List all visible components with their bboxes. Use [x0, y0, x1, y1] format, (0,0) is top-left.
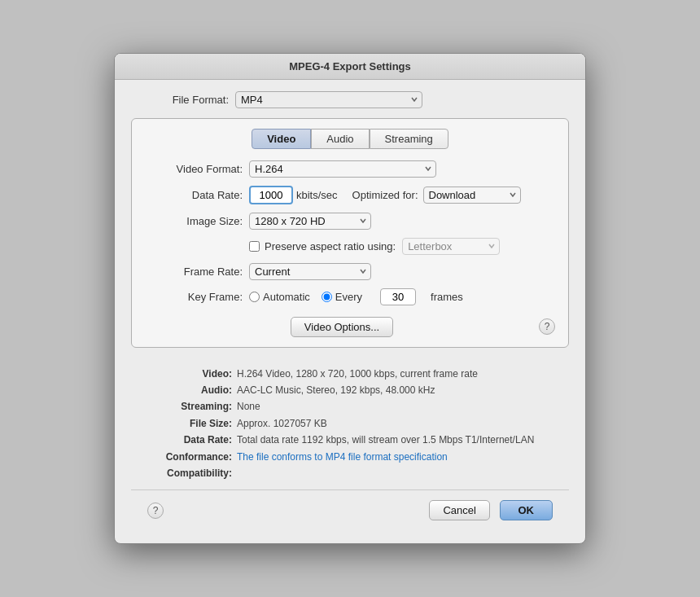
action-buttons: Cancel OK — [429, 500, 553, 520]
info-table: Video: H.264 Video, 1280 x 720, 1000 kbp… — [147, 366, 553, 482]
main-window: MPEG-4 Export Settings File Format: MP4 … — [114, 53, 586, 545]
frame-rate-label: Frame Rate: — [145, 266, 243, 278]
letterbox-select[interactable]: Letterbox Crop None — [402, 238, 500, 255]
video-format-select[interactable]: H.264 MPEG-4 Video — [249, 160, 436, 178]
info-video-key: Video: — [147, 366, 237, 382]
tab-audio[interactable]: Audio — [311, 129, 369, 149]
info-conformance-row: Conformance: The file conforms to MP4 fi… — [147, 449, 553, 465]
data-rate-label: Data Rate: — [145, 189, 243, 201]
info-conformance-val: The file conforms to MP4 file format spe… — [237, 449, 448, 465]
frame-rate-row: Frame Rate: Current 24 25 29.97 30 — [145, 263, 555, 280]
info-streaming-val: None — [237, 398, 260, 415]
tab-streaming[interactable]: Streaming — [370, 129, 448, 149]
video-options-button[interactable]: Video Options... — [291, 317, 393, 337]
key-frame-automatic-radio[interactable] — [249, 292, 260, 302]
image-size-select[interactable]: 1280 x 720 HD 1920 x 1080 HD 640 x 480 — [249, 213, 371, 230]
video-help-icon[interactable]: ? — [539, 318, 555, 335]
key-frame-automatic-label[interactable]: Automatic — [263, 291, 310, 303]
preserve-aspect-checkbox[interactable] — [249, 241, 260, 252]
info-video-row: Video: H.264 Video, 1280 x 720, 1000 kbp… — [147, 366, 553, 382]
data-rate-input[interactable] — [249, 186, 293, 204]
info-datarate-row: Data Rate: Total data rate 1192 kbps, wi… — [147, 432, 553, 448]
optimized-for-label: Optimized for: — [352, 189, 418, 201]
info-conformance-key: Conformance: — [147, 449, 237, 465]
key-frame-value-input[interactable] — [380, 288, 416, 305]
video-format-row: Video Format: H.264 MPEG-4 Video — [145, 160, 555, 178]
info-filesize-row: File Size: Approx. 1027057 KB — [147, 415, 553, 432]
optimized-for-select[interactable]: Download Streaming — [423, 187, 521, 204]
tab-video[interactable]: Video — [252, 129, 311, 149]
key-frame-row: Key Frame: Automatic Every frames — [145, 288, 555, 305]
title-bar: MPEG-4 Export Settings — [115, 54, 585, 80]
image-size-label: Image Size: — [145, 215, 243, 227]
key-frame-radio-group: Automatic Every frames — [249, 288, 463, 305]
info-audio-val: AAC-LC Music, Stereo, 192 kbps, 48.000 k… — [237, 382, 435, 398]
info-compatibility-row: Compatibility: — [147, 465, 553, 481]
key-frame-automatic-item: Automatic — [249, 291, 310, 303]
frames-label: frames — [431, 291, 463, 303]
frame-rate-select[interactable]: Current 24 25 29.97 30 — [249, 263, 371, 280]
info-section: Video: H.264 Video, 1280 x 720, 1000 kbp… — [131, 358, 569, 490]
window-title: MPEG-4 Export Settings — [289, 60, 411, 72]
tabs-row: Video Audio Streaming — [145, 129, 555, 149]
info-datarate-val: Total data rate 1192 kbps, will stream o… — [237, 432, 534, 448]
info-filesize-key: File Size: — [147, 415, 237, 432]
file-format-select[interactable]: MP4 MOV — [235, 91, 422, 108]
info-filesize-val: Approx. 1027057 KB — [237, 415, 327, 432]
file-format-row: File Format: MP4 MOV — [131, 91, 569, 108]
cancel-button[interactable]: Cancel — [429, 500, 489, 520]
window-body: File Format: MP4 MOV Video Audio Streami… — [115, 80, 585, 544]
key-frame-every-radio[interactable] — [322, 292, 332, 302]
data-rate-row: Data Rate: kbits/sec Optimized for: Down… — [145, 186, 555, 204]
video-format-label: Video Format: — [145, 163, 243, 175]
video-help-icon-label: ? — [545, 321, 550, 332]
key-frame-every-label[interactable]: Every — [335, 291, 362, 303]
preserve-aspect-label[interactable]: Preserve aspect ratio using: — [265, 240, 396, 252]
image-size-row: Image Size: 1280 x 720 HD 1920 x 1080 HD… — [145, 213, 555, 230]
key-frame-label: Key Frame: — [145, 291, 243, 303]
info-streaming-key: Streaming: — [147, 398, 237, 415]
key-frame-every-item: Every — [322, 291, 362, 303]
optimized-for-group: Optimized for: Download Streaming — [352, 187, 521, 204]
preserve-aspect-row: Preserve aspect ratio using: Letterbox C… — [145, 238, 555, 255]
info-compatibility-key: Compatibility: — [147, 465, 237, 481]
help-bottom-icon[interactable]: ? — [147, 503, 164, 519]
bottom-bar: ? Cancel OK — [131, 489, 569, 530]
info-audio-row: Audio: AAC-LC Music, Stereo, 192 kbps, 4… — [147, 382, 553, 398]
info-audio-key: Audio: — [147, 382, 237, 398]
info-streaming-row: Streaming: None — [147, 398, 553, 415]
ok-button[interactable]: OK — [500, 500, 553, 520]
video-options-row: Video Options... ? — [145, 317, 555, 337]
info-datarate-key: Data Rate: — [147, 432, 237, 448]
help-bottom-icon-label: ? — [153, 505, 159, 516]
data-rate-unit: kbits/sec — [296, 189, 338, 201]
info-video-val: H.264 Video, 1280 x 720, 1000 kbps, curr… — [237, 366, 478, 382]
tabs-panel: Video Audio Streaming Video Format: H.26… — [131, 118, 569, 348]
file-format-label: File Format: — [131, 94, 229, 106]
